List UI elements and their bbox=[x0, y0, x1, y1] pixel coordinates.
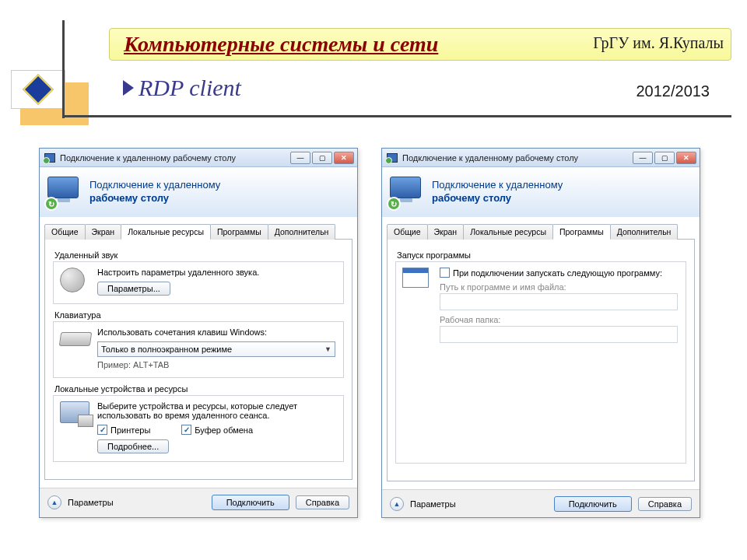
group-keyboard-title: Клавиатура bbox=[54, 310, 344, 320]
decor-horizontal-line bbox=[62, 115, 731, 117]
group-devices-title: Локальные устройства и ресурсы bbox=[54, 384, 344, 394]
banner-line1: Подключение к удаленному bbox=[432, 179, 563, 192]
banner: ↻ Подключение к удаленному рабочему стол… bbox=[382, 167, 700, 217]
chevron-down-icon: ▼ bbox=[324, 345, 331, 353]
course-title: Компьютерные системы и сети bbox=[124, 32, 438, 57]
logo-diamond-icon bbox=[23, 74, 54, 105]
keyboard-combo[interactable]: Только в полноэкранном режиме ▼ bbox=[97, 341, 335, 357]
checkbox-unchecked-icon: ✓ bbox=[440, 268, 450, 278]
clipboard-checkbox[interactable]: ✓ Буфер обмена bbox=[181, 425, 253, 435]
rdp-dialog-programs: Подключение к удаленному рабочему столу … bbox=[381, 148, 700, 518]
footer-params-label: Параметры bbox=[410, 499, 548, 509]
year-label: 2012/2013 bbox=[636, 82, 710, 100]
tab-screen[interactable]: Экран bbox=[427, 224, 465, 240]
tab-body-local: Удаленный звук Настроить параметры удале… bbox=[44, 240, 352, 480]
clipboard-label: Буфер обмена bbox=[195, 425, 253, 435]
banner-line1: Подключение к удаленному bbox=[89, 179, 220, 192]
slide-header: Компьютерные системы и сети ГрГУ им. Я.К… bbox=[0, 0, 747, 124]
sound-params-button[interactable]: Параметры... bbox=[97, 282, 170, 296]
printers-label: Принтеры bbox=[110, 425, 150, 435]
tab-general[interactable]: Общие bbox=[44, 224, 86, 240]
rdp-dialog-local-resources: Подключение к удаленному рабочему столу … bbox=[39, 148, 358, 518]
maximize-button[interactable]: ▢ bbox=[654, 152, 675, 164]
rdp-banner-icon: ↻ bbox=[390, 177, 424, 208]
slide-topic: RDP client bbox=[123, 75, 241, 101]
checkbox-checked-icon: ✓ bbox=[181, 425, 191, 435]
connect-button[interactable]: Подключить bbox=[212, 495, 289, 510]
devices-icon bbox=[60, 401, 89, 426]
working-folder-label: Рабочая папка: bbox=[440, 315, 678, 324]
program-path-input[interactable] bbox=[440, 293, 678, 310]
topic-text: RDP client bbox=[139, 75, 241, 101]
group-sound-title: Удаленный звук bbox=[54, 250, 344, 260]
tab-general[interactable]: Общие bbox=[387, 224, 428, 240]
dialog-footer: ▲ Параметры Подключить Справка bbox=[40, 488, 357, 516]
dialogs-row: Подключение к удаленному рабочему столу … bbox=[0, 124, 747, 518]
tab-advanced[interactable]: Дополнительн bbox=[610, 224, 679, 240]
titlebar[interactable]: Подключение к удаленному рабочему столу … bbox=[382, 149, 700, 167]
rdp-app-icon bbox=[44, 153, 55, 163]
sound-desc: Настроить параметры удаленного звука. bbox=[97, 268, 335, 277]
window-title: Подключение к удаленному рабочему столу bbox=[402, 153, 628, 163]
tab-programs[interactable]: Программы bbox=[552, 224, 611, 240]
tab-local-resources[interactable]: Локальные ресурсы bbox=[463, 224, 553, 240]
window-title: Подключение к удаленному рабочему столу bbox=[60, 153, 286, 163]
group-launch-title: Запуск программы bbox=[397, 250, 686, 260]
university-label: ГрГУ им. Я.Купалы bbox=[593, 34, 724, 52]
tab-programs[interactable]: Программы bbox=[210, 224, 268, 240]
collapse-options-button[interactable]: ▲ bbox=[47, 495, 61, 509]
connect-button[interactable]: Подключить bbox=[554, 496, 632, 512]
decor-vertical-line bbox=[62, 20, 65, 118]
keyboard-desc: Использовать сочетания клавиш Windows: bbox=[97, 327, 335, 337]
help-button[interactable]: Справка bbox=[638, 497, 692, 511]
tab-advanced[interactable]: Дополнительн bbox=[268, 224, 336, 240]
program-window-icon bbox=[402, 268, 432, 292]
maximize-button[interactable]: ▢ bbox=[312, 152, 332, 164]
rdp-app-icon bbox=[387, 153, 398, 163]
minimize-button[interactable]: — bbox=[290, 152, 310, 164]
collapse-options-button[interactable]: ▲ bbox=[390, 497, 404, 511]
banner-line2: рабочему столу bbox=[89, 192, 220, 205]
dialog-footer: ▲ Параметры Подключить Справка bbox=[382, 489, 700, 517]
tab-local-resources[interactable]: Локальные ресурсы bbox=[121, 224, 211, 240]
tab-body-programs: Запуск программы ✓ При подключении запус… bbox=[387, 240, 695, 481]
chevron-right-icon bbox=[123, 80, 134, 96]
launch-program-checkbox[interactable]: ✓ При подключении запускать следующую пр… bbox=[440, 268, 678, 278]
working-folder-input[interactable] bbox=[440, 326, 678, 343]
devices-desc: Выберите устройства и ресурсы, которые с… bbox=[97, 401, 335, 420]
tab-strip: Общие Экран Локальные ресурсы Программы … bbox=[44, 223, 352, 240]
banner: ↻ Подключение к удаленному рабочему стол… bbox=[40, 167, 357, 217]
checkbox-checked-icon: ✓ bbox=[97, 425, 107, 435]
close-button[interactable]: ✕ bbox=[676, 152, 696, 164]
banner-line2: рабочему столу bbox=[432, 192, 563, 205]
rdp-banner-icon: ↻ bbox=[47, 177, 82, 208]
keyboard-example: Пример: ALT+TAB bbox=[97, 360, 335, 369]
close-button[interactable]: ✕ bbox=[334, 152, 354, 164]
keyboard-combo-value: Только в полноэкранном режиме bbox=[101, 345, 232, 354]
footer-params-label: Параметры bbox=[68, 498, 205, 507]
logo-box bbox=[11, 70, 65, 109]
minimize-button[interactable]: — bbox=[633, 152, 653, 164]
printers-checkbox[interactable]: ✓ Принтеры bbox=[97, 425, 150, 435]
speaker-icon bbox=[60, 268, 89, 292]
help-button[interactable]: Справка bbox=[296, 495, 349, 509]
launch-checkbox-label: При подключении запускать следующую прог… bbox=[453, 268, 662, 278]
program-path-label: Путь к программе и имя файла: bbox=[440, 282, 678, 292]
keyboard-icon bbox=[60, 327, 89, 352]
titlebar[interactable]: Подключение к удаленному рабочему столу … bbox=[40, 149, 357, 167]
devices-more-button[interactable]: Подробнее... bbox=[97, 439, 169, 453]
tab-strip: Общие Экран Локальные ресурсы Программы … bbox=[387, 223, 695, 240]
tab-screen[interactable]: Экран bbox=[85, 224, 122, 240]
